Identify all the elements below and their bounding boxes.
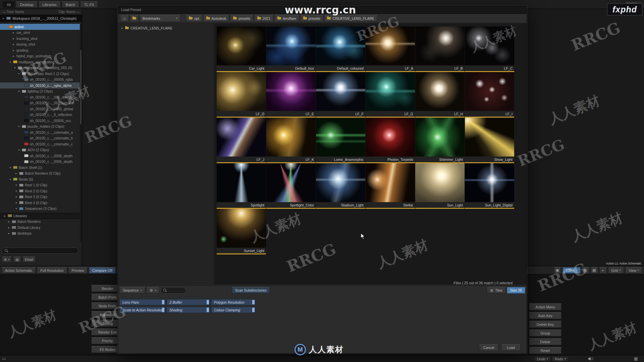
filter-colour-clamping[interactable]: Colour Clamping <box>211 307 256 313</box>
toolbar-button-action-schematic[interactable]: Action Schematic <box>2 267 36 274</box>
new-folder-button[interactable] <box>130 15 139 22</box>
desktop-icon[interactable]: ▭ <box>2 356 6 361</box>
tree-item-batch-shelf-1[interactable]: ▾Batch Shelf (1) <box>0 165 80 171</box>
tree-item-workspace[interactable]: ▾ Workspace (0018_..._200511_Christoph) <box>0 15 82 22</box>
chevron-right-icon[interactable]: ▸ <box>12 43 15 46</box>
tree-item-sh-00100-c-zzlematte-a[interactable]: sh_00100_c..._zzlematte_a <box>0 129 80 135</box>
home-button[interactable]: ⌂ <box>120 15 129 22</box>
view-dropdown[interactable]: View▾ <box>625 267 642 274</box>
tree-item-default-library[interactable]: ▸Default Library <box>0 225 80 231</box>
tree-item-fxphd-logo-animation[interactable]: ▸fxphd_logo_animation <box>0 53 80 59</box>
tree-item-sh-00100-c-00005-rgba[interactable]: sh_00100_c..._00005_rgba <box>0 77 80 83</box>
add-icon[interactable]: + <box>599 267 607 274</box>
chevron-down-icon[interactable]: ▾ <box>120 26 123 30</box>
tree-item-sh-00100-c-zzlematte-c[interactable]: sh_00100_c..._zzlematte_c <box>0 141 80 147</box>
chevron-down-icon[interactable]: ▾ <box>15 189 18 193</box>
tree-item-schematic-reel-1-2-clips[interactable]: ▾Schematic Reel 1 (2 Clips) <box>0 71 80 77</box>
breadcrumb-creative-lens-flare[interactable]: CREATIVE_LENS_FLARE <box>324 15 377 22</box>
chevron-right-icon[interactable]: ▸ <box>7 226 10 229</box>
email-button[interactable]: Email <box>22 256 36 262</box>
tree-item-keying-shot[interactable]: ▸keying_shot <box>0 42 80 48</box>
preset-tile-lf-g[interactable]: LF_G <box>366 72 415 118</box>
toolbar-button-preview[interactable]: Preview <box>68 267 88 274</box>
scan-subdirectories-button[interactable]: Scan Subdirectories <box>232 287 270 294</box>
filter-lens-flare[interactable]: Lens Flare <box>119 299 165 305</box>
tree-item-sh-00100-c-00005-occ[interactable]: sh_00100_c..._00005_occ <box>0 118 80 124</box>
preset-tile-default-box[interactable]: Default_box <box>266 26 316 72</box>
preset-tile-default-coloured[interactable]: Default_coloured <box>316 26 365 72</box>
preset-tile-spotlight-color[interactable]: Spotlight_Color <box>266 163 316 209</box>
breadcrumb-opt[interactable]: opt <box>186 15 202 22</box>
preset-tile-lf-a[interactable]: LF_A <box>366 26 415 72</box>
chevron-down-icon[interactable]: ▾ <box>15 195 18 198</box>
filter-shading[interactable]: Shading <box>166 307 210 313</box>
speaker-icon[interactable] <box>588 357 594 362</box>
toolbar-button-full-resolution[interactable]: Full Resolution <box>37 267 67 274</box>
tree-item-reel-1-0-clip[interactable]: ▾Reel 1 (0 Clip) <box>0 182 80 188</box>
tree-item-sh-00100-c-005-diffuse[interactable]: sh_00100_c..._005_diffuse <box>0 94 80 100</box>
tab-all[interactable]: All <box>3 1 15 8</box>
folder-tree-item[interactable]: ▾ CREATIVE_LENS_FLARE <box>118 25 214 31</box>
toolbar-button-compare-off[interactable]: Compare Off <box>89 267 116 274</box>
tree-scrollbar[interactable] <box>80 24 82 242</box>
chevron-right-icon[interactable]: ▸ <box>7 220 10 223</box>
chevron-down-icon[interactable]: ▾ <box>15 207 18 210</box>
scrollbar-thumb[interactable] <box>80 50 82 124</box>
preset-tile-stellar[interactable]: Stellar <box>366 163 415 209</box>
tree-item-grading[interactable]: ▸grading <box>0 47 80 53</box>
breadcrumb-2021[interactable]: 2021 <box>254 15 273 22</box>
chevron-down-icon[interactable]: ▾ <box>9 166 12 169</box>
panel-button-auto-key[interactable]: Auto Key <box>529 312 561 319</box>
preset-tile-shimmer-light[interactable]: Shimmer_Light <box>415 118 465 163</box>
tree-item-sh-00100-c-05-specular[interactable]: sh_00100_c..._05_Specular <box>0 100 80 106</box>
chevron-right-icon[interactable]: ▸ <box>12 54 15 58</box>
preset-tile-lf-e[interactable]: LF_E <box>266 72 316 118</box>
preset-tile-lomo-anamorphic[interactable]: Lomo_Anamorphic <box>316 118 365 163</box>
panel-button-delete[interactable]: Delete <box>529 338 561 345</box>
chevron-right-icon[interactable]: ▸ <box>3 214 6 218</box>
chevron-right-icon[interactable]: ▸ <box>15 172 18 175</box>
preset-tile-sun-light-digital[interactable]: Sun_Light_Digital <box>465 163 514 209</box>
tree-item-libraries[interactable]: ▸Libraries <box>0 213 80 219</box>
chevron-right-icon[interactable]: ▸ <box>12 31 15 34</box>
tree-item-reel-3-0-clip[interactable]: ▾Reel 3 (0 Clip) <box>0 194 80 200</box>
tree-item-action[interactable]: action <box>0 24 80 30</box>
breadcrumb-presets[interactable]: presets <box>300 15 323 22</box>
settings-dropdown[interactable]: ⚙▾ <box>2 256 12 262</box>
tab-tl-fx[interactable]: TL FX <box>80 1 98 8</box>
preset-tile-spotlight[interactable]: Spotlight <box>217 163 266 209</box>
tree-item-multipass-compositing[interactable]: ▾multipass_compositing <box>0 59 80 65</box>
preset-tile-lf-c[interactable]: LF_C <box>465 26 514 72</box>
tree-item-sh-00100-c-zzlematte-b[interactable]: sh_00100_c..._zzlematte_b <box>0 135 80 141</box>
chevron-down-icon[interactable]: ▾ <box>15 201 18 204</box>
chevron-right-icon[interactable]: ▸ <box>12 49 15 52</box>
breadcrumb-presets[interactable]: presets <box>230 15 253 22</box>
tiles-view-button[interactable]: ⊞Tiles <box>487 287 506 294</box>
preset-tile-sunset-light[interactable]: Sunset_Light <box>217 209 266 254</box>
keyboard-icon[interactable]: ▦ <box>634 356 638 361</box>
preset-tile-lf-j[interactable]: LF_J <box>217 118 266 163</box>
chevron-down-icon[interactable]: ▾ <box>17 72 20 75</box>
search-input[interactable] <box>2 247 78 254</box>
tree-item-sh-00100-c-0005-depth[interactable]: sh_00100_c..._0005_depth <box>0 159 80 165</box>
undo-button[interactable]: Undo▾ <box>534 356 551 362</box>
chevron-right-icon[interactable]: ▸ <box>7 232 10 235</box>
bookmarks-dropdown[interactable]: Bookmarks▾ <box>140 15 180 22</box>
tree-item-sh-00100-c-rgba-alpha[interactable]: sh_00100_c..._rgba_alpha <box>0 82 80 88</box>
tree-item-puzzle-mattes-3-clips[interactable]: ▾puzzle_mattes (3 Clips) <box>0 124 80 130</box>
panel-button-action-menu[interactable]: Action Menu <box>529 303 561 310</box>
tree-item-sh-00100-c-0005-global[interactable]: sh_00100_c..._0005_global <box>0 106 80 112</box>
tree-item-batch-renders-0-clip[interactable]: ▸Batch Renders (0 Clip) <box>0 171 80 177</box>
breadcrumb-lensflare[interactable]: lensflare <box>274 15 299 22</box>
fit-view-icon[interactable]: ⊞ <box>582 267 589 274</box>
tree-item-batch-renders[interactable]: ▸Batch Renders <box>0 219 80 225</box>
tree-item-lighting-3-clips[interactable]: ▾lighting (3 Clips) <box>0 88 80 95</box>
tree-item-desktops[interactable]: ▸desktops <box>0 231 80 237</box>
tree-item-sequences-3-clips[interactable]: ▾Sequences (3 Clips) <box>0 206 80 212</box>
panel-button-group[interactable]: Group <box>529 329 561 337</box>
tab-libraries[interactable]: Libraries <box>39 1 61 8</box>
filter-polygon-resolution[interactable]: Polygon Resolution <box>211 299 256 305</box>
panel-button-reset[interactable]: Reset <box>529 347 561 354</box>
tree-item-reel-2-0-clip[interactable]: ▾Reel 2 (0 Clip) <box>0 188 80 194</box>
chevron-down-icon[interactable]: ▾ <box>9 178 12 181</box>
